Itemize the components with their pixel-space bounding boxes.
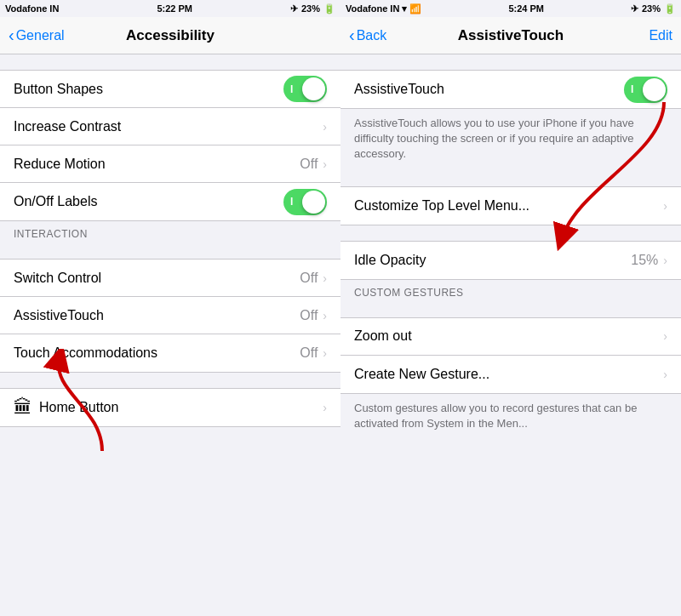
custom-gestures-header: CUSTOM GESTURES (340, 280, 681, 302)
edit-button[interactable]: Edit (649, 28, 672, 43)
increase-contrast-chevron-icon: › (323, 120, 327, 134)
assistive-touch-value-left: Off (300, 308, 318, 323)
reduce-motion-label: Reduce Motion (14, 157, 300, 172)
zoom-out-label: Zoom out (354, 328, 663, 344)
left-panel-content: ‹ General Accessibility Button Shapes In… (0, 17, 340, 616)
left-nav-title: Accessibility (126, 27, 215, 44)
battery-right: ✈ 23% 🔋 (631, 3, 681, 14)
customize-menu-label: Customize Top Level Menu... (354, 198, 663, 214)
interaction-header: INTERACTION (0, 221, 340, 243)
switch-control-item[interactable]: Switch Control Off › (0, 260, 340, 297)
battery-left: ✈ 23% 🔋 (290, 3, 340, 14)
button-shapes-item[interactable]: Button Shapes (0, 71, 340, 108)
idle-opacity-chevron-icon: › (663, 254, 667, 267)
home-button-item[interactable]: 🏛 Home Button › (0, 389, 340, 426)
time-left: 5:22 PM (157, 3, 192, 14)
gesture-description: Custom gestures allow you to record gest… (340, 394, 681, 440)
zoom-out-chevron-icon: › (663, 329, 667, 343)
assistive-touch-chevron-icon-left: › (323, 309, 327, 322)
home-button-label: Home Button (39, 400, 323, 415)
carrier-left: Vodafone IN (0, 3, 59, 14)
assistive-touch-item-left[interactable]: AssistiveTouch Off › (0, 297, 340, 334)
assistive-touch-section: AssistiveTouch (340, 70, 681, 109)
customize-menu-chevron-icon: › (663, 199, 667, 213)
right-back-chevron-icon: ‹ (349, 26, 355, 45)
reduce-motion-chevron-icon: › (323, 157, 327, 171)
create-gesture-label: Create New Gesture... (354, 367, 663, 382)
left-back-button[interactable]: ‹ General (9, 26, 65, 45)
right-nav-bar: ‹ Back AssistiveTouch Edit (340, 17, 681, 54)
on-off-labels-thumb (302, 191, 325, 214)
time-right: 5:24 PM (508, 3, 544, 14)
right-panel-body: AssistiveTouch AssistiveTouch allows you… (340, 54, 681, 616)
switch-control-chevron-icon: › (323, 271, 327, 285)
right-panel: Vodafone IN ▾ 📶 5:24 PM ✈ 23% 🔋 ‹ Back A… (340, 0, 681, 616)
create-gesture-chevron-icon: › (663, 368, 667, 381)
switch-control-label: Switch Control (14, 271, 300, 286)
idle-opacity-section: Idle Opacity 15% › (340, 241, 681, 280)
idle-opacity-value: 15% (631, 253, 658, 268)
customize-menu-item[interactable]: Customize Top Level Menu... › (340, 187, 681, 225)
custom-gestures-wrapper: CUSTOM GESTURES Zoom out › Create New Ge… (340, 280, 681, 394)
touch-accommodations-item[interactable]: Touch Accommodations Off › (0, 334, 340, 372)
home-section: 🏛 Home Button › (0, 388, 340, 427)
carrier-right: Vodafone IN ▾ 📶 (340, 3, 421, 14)
on-off-labels-label: On/Off Labels (14, 194, 283, 209)
assistive-touch-label-left: AssistiveTouch (14, 308, 300, 323)
touch-accommodations-chevron-icon: › (323, 346, 327, 360)
assistive-touch-description: AssistiveTouch allows you to use your iP… (340, 109, 681, 171)
left-panel-body: Button Shapes Increase Contrast › Reduce… (0, 54, 340, 616)
reduce-motion-item[interactable]: Reduce Motion Off › (0, 145, 340, 183)
increase-contrast-label: Increase Contrast (14, 119, 323, 134)
on-off-labels-item[interactable]: On/Off Labels (0, 183, 340, 220)
assistive-touch-toggle[interactable] (624, 77, 667, 103)
zoom-out-item[interactable]: Zoom out › (340, 318, 681, 356)
touch-accommodations-label: Touch Accommodations (14, 345, 300, 361)
interaction-section: Switch Control Off › AssistiveTouch Off … (0, 259, 340, 373)
idle-opacity-item[interactable]: Idle Opacity 15% › (340, 242, 681, 279)
status-bar-right: Vodafone IN ▾ 📶 5:24 PM ✈ 23% 🔋 (340, 0, 681, 17)
customize-section: Customize Top Level Menu... › (340, 186, 681, 225)
left-nav-bar: ‹ General Accessibility (0, 17, 340, 54)
assistive-touch-thumb (643, 78, 666, 101)
idle-opacity-label: Idle Opacity (354, 253, 631, 268)
status-bar-left: Vodafone IN 5:22 PM ✈ 23% 🔋 (0, 0, 340, 17)
button-shapes-toggle[interactable] (283, 76, 327, 102)
back-chevron-icon: ‹ (9, 26, 14, 45)
on-off-labels-toggle[interactable] (283, 189, 327, 215)
increase-contrast-item[interactable]: Increase Contrast › (0, 108, 340, 145)
switch-control-value: Off (300, 271, 318, 286)
assistive-touch-toggle-label: AssistiveTouch (354, 82, 624, 97)
create-gesture-item[interactable]: Create New Gesture... › (340, 356, 681, 393)
home-button-icon: 🏛 (14, 396, 32, 419)
button-shapes-thumb (302, 77, 325, 100)
button-shapes-label: Button Shapes (14, 82, 283, 97)
home-button-chevron-icon: › (323, 401, 327, 414)
back-label-left: General (16, 28, 65, 43)
right-nav-title: AssistiveTouch (458, 27, 564, 44)
right-panel-content: ‹ Back AssistiveTouch Edit AssistiveTouc… (340, 17, 681, 616)
touch-accommodations-value: Off (300, 345, 318, 361)
right-back-button[interactable]: ‹ Back (349, 26, 386, 45)
left-panel: Vodafone IN 5:22 PM ✈ 23% 🔋 ‹ General Ac… (0, 0, 340, 616)
vision-section: Button Shapes Increase Contrast › Reduce… (0, 70, 340, 221)
interaction-section-wrapper: INTERACTION Switch Control Off › Assisti… (0, 221, 340, 373)
custom-gestures-section: Zoom out › Create New Gesture... › (340, 317, 681, 394)
reduce-motion-value: Off (300, 157, 318, 172)
assistive-touch-toggle-item[interactable]: AssistiveTouch (340, 71, 681, 108)
back-label-right: Back (357, 28, 387, 43)
